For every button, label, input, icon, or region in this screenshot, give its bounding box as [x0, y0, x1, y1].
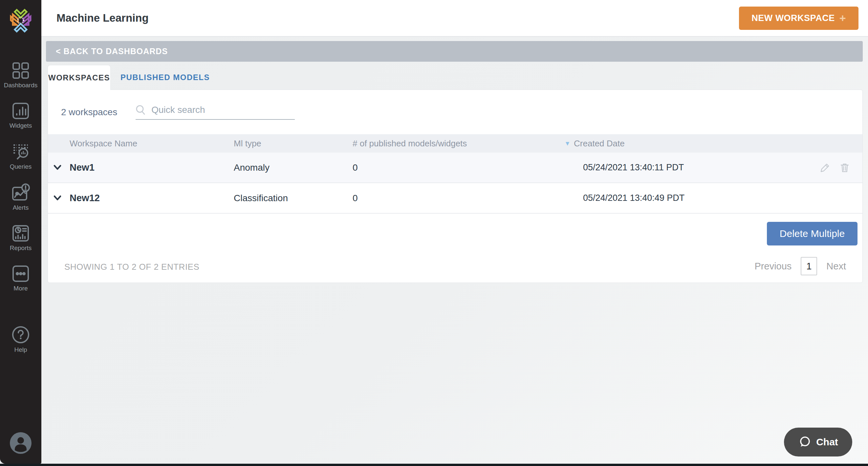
row-actions — [812, 162, 862, 173]
current-page-button[interactable]: 1 — [801, 257, 817, 275]
workspace-published-count: 0 — [350, 162, 558, 173]
delete-icon[interactable] — [839, 162, 850, 173]
new-workspace-label: NEW WORKSPACE — [751, 13, 835, 23]
tab-published-models[interactable]: PUBLISHED MODELS — [111, 65, 220, 90]
more-icon — [12, 265, 30, 283]
table-toolbar: 2 workspaces — [48, 90, 862, 134]
workspace-count: 2 workspaces — [61, 107, 117, 118]
column-ml-type[interactable]: Ml type — [231, 138, 350, 149]
chevron-down-icon — [53, 164, 62, 171]
pagination: Previous 1 Next — [755, 257, 846, 275]
app-logo[interactable] — [9, 8, 32, 33]
sidebar-item-queries[interactable]: Queries — [10, 143, 32, 170]
sidebar-item-label: Help — [14, 346, 27, 353]
sidebar-item-label: More — [13, 285, 28, 292]
page-header: Machine Learning NEW WORKSPACE + — [41, 0, 868, 37]
workspace-created-date: 05/24/2021 13:40:11 PDT — [558, 162, 812, 173]
avatar-icon — [10, 432, 32, 454]
sidebar-item-help[interactable]: Help — [11, 325, 30, 353]
quick-search — [135, 105, 295, 120]
back-to-dashboards-link[interactable]: < BACK TO DASHBOARDS — [46, 41, 863, 62]
plus-icon: + — [839, 12, 846, 25]
sort-desc-icon[interactable]: ▾ — [566, 139, 569, 148]
sidebar: Dashboards Widgets — [0, 0, 41, 464]
workspace-name: New12 — [67, 193, 231, 204]
tab-bar: WORKSPACES PUBLISHED MODELS — [48, 65, 220, 90]
main-area: Machine Learning NEW WORKSPACE + < BACK … — [41, 0, 868, 466]
search-input[interactable] — [151, 105, 295, 115]
delete-multiple-button[interactable]: Delete Multiple — [767, 222, 858, 246]
workspace-published-count: 0 — [350, 193, 558, 204]
column-published-count[interactable]: # of published models/widgets — [350, 138, 558, 149]
row-expand-toggle[interactable] — [48, 195, 67, 201]
reports-icon — [12, 224, 30, 242]
column-created-date-label: Created Date — [574, 138, 625, 149]
sidebar-item-more[interactable]: More — [12, 265, 30, 292]
sidebar-item-reports[interactable]: Reports — [10, 224, 32, 252]
queries-icon — [11, 143, 30, 161]
column-created-date[interactable]: ▾ Created Date — [558, 138, 812, 149]
logo-icon — [9, 8, 32, 33]
workspace-ml-type: Anomaly — [231, 162, 350, 173]
sidebar-item-label: Reports — [10, 245, 32, 252]
sidebar-nav: Dashboards Widgets — [4, 62, 37, 367]
user-avatar[interactable] — [10, 432, 32, 455]
edit-icon[interactable] — [820, 162, 830, 173]
chat-bubble-icon — [798, 435, 811, 448]
sidebar-item-dashboards[interactable]: Dashboards — [4, 62, 37, 89]
sidebar-item-label: Dashboards — [4, 82, 37, 89]
window-bottom-edge — [0, 464, 868, 466]
workspace-ml-type: Classification — [231, 193, 350, 204]
chat-button[interactable]: Chat — [784, 428, 852, 457]
sidebar-item-label: Widgets — [9, 122, 32, 129]
next-page-button[interactable]: Next — [826, 261, 846, 272]
workspaces-panel: 2 workspaces Workspace Name Ml type # of… — [48, 90, 863, 283]
page-title: Machine Learning — [57, 0, 149, 36]
sidebar-item-widgets[interactable]: Widgets — [9, 102, 32, 129]
alerts-icon — [11, 183, 30, 202]
dashboards-icon — [12, 62, 30, 80]
table-row[interactable]: New12 Classification 0 05/24/2021 13:40:… — [48, 183, 862, 214]
sidebar-item-alerts[interactable]: Alerts — [11, 183, 30, 211]
workspace-name: New1 — [67, 162, 231, 173]
search-icon — [135, 105, 146, 115]
column-workspace-name[interactable]: Workspace Name — [67, 138, 231, 149]
sidebar-item-label: Queries — [10, 163, 32, 170]
workspace-created-date: 05/24/2021 13:40:49 PDT — [558, 193, 812, 203]
table-header: Workspace Name Ml type # of published mo… — [48, 134, 862, 153]
help-icon — [11, 325, 30, 344]
entries-summary: SHOWING 1 TO 2 OF 2 ENTRIES — [64, 262, 199, 272]
tab-workspaces[interactable]: WORKSPACES — [48, 65, 111, 90]
table-row[interactable]: New1 Anomaly 0 05/24/2021 13:40:11 PDT — [48, 153, 862, 183]
row-expand-toggle[interactable] — [48, 164, 67, 171]
app-window: Dashboards Widgets — [0, 0, 868, 466]
sidebar-item-label: Alerts — [13, 204, 29, 211]
widgets-icon — [12, 102, 30, 120]
chat-label: Chat — [816, 436, 838, 447]
new-workspace-button[interactable]: NEW WORKSPACE + — [739, 6, 859, 30]
chevron-down-icon — [53, 195, 62, 201]
previous-page-button[interactable]: Previous — [755, 261, 792, 272]
